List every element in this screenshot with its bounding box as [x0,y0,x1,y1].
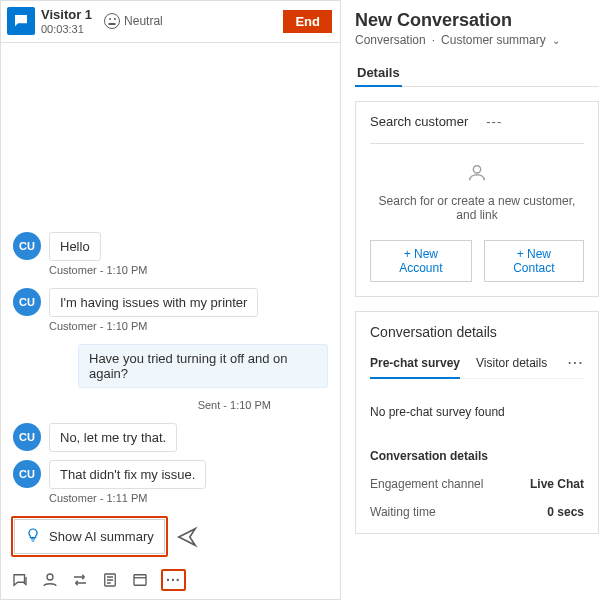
tab-details[interactable]: Details [355,61,402,86]
message-row-agent: Have you tried turning it off and on aga… [13,344,328,388]
chat-header: Visitor 1 00:03:31 Neutral End [1,1,340,43]
message-meta: Sent - 1:10 PM [13,391,283,411]
compose-row: Show AI summary [1,510,340,563]
chat-spacer [13,53,328,220]
message-meta: Customer - 1:10 PM [49,320,328,332]
end-button[interactable]: End [283,10,332,33]
conversation-details-card: Conversation details Pre-chat survey Vis… [355,311,599,534]
customer-avatar: CU [13,288,41,316]
show-ai-summary-button[interactable]: Show AI summary [14,519,165,554]
customer-avatar: CU [13,232,41,260]
message-row: CU I'm having issues with my printer [13,288,328,317]
toolbar-more-icon[interactable]: ··· [164,572,183,588]
chat-toolbar: ··· [1,563,340,599]
kv-key: Waiting time [370,505,436,519]
breadcrumb-a: Conversation [355,33,426,47]
neutral-face-icon [104,13,120,29]
new-contact-button[interactable]: + New Contact [484,240,584,282]
customer-avatar: CU [13,423,41,451]
transfer-icon[interactable] [71,571,89,589]
divider [370,143,584,144]
side-tabs: Details [355,61,599,87]
message-bubble: No, let me try that. [49,423,177,452]
message-meta: Customer - 1:11 PM [49,492,328,504]
inner-tabs-more-icon[interactable]: ··· [568,356,584,378]
message-meta: Customer - 1:10 PM [49,264,328,276]
message-row: CU That didn't fix my issue. [13,460,328,489]
customer-help-text: Search for or create a new customer, and… [370,194,584,222]
search-customer-label: Search customer [370,114,468,129]
conversation-details-title: Conversation details [370,324,584,340]
knowledge-icon[interactable] [131,571,149,589]
kv-row: Waiting time 0 secs [370,505,584,519]
person-icon [466,162,488,184]
toolbar-more-highlight: ··· [161,569,186,591]
no-survey-message: No pre-chat survey found [370,405,584,419]
consult-icon[interactable] [41,571,59,589]
customer-card: Search customer --- Search for or create… [355,101,599,297]
search-customer-row[interactable]: Search customer --- [370,114,584,129]
breadcrumb-sep: · [432,33,435,47]
chat-channel-icon [7,7,35,35]
breadcrumb-b[interactable]: Customer summary [441,33,546,47]
breadcrumb: Conversation · Customer summary ⌄ [355,33,599,47]
kv-value: Live Chat [530,477,584,491]
kv-key: Engagement channel [370,477,483,491]
sentiment-label: Neutral [124,14,163,28]
visitor-timer: 00:03:31 [41,23,92,36]
ai-summary-label: Show AI summary [49,529,154,544]
new-account-button[interactable]: + New Account [370,240,472,282]
notes-icon[interactable] [101,571,119,589]
customer-empty-state: Search for or create a new customer, and… [370,162,584,222]
message-bubble: That didn't fix my issue. [49,460,206,489]
tab-prechat-survey[interactable]: Pre-chat survey [370,356,460,378]
search-customer-value: --- [486,114,502,129]
kv-row: Engagement channel Live Chat [370,477,584,491]
visitor-info: Visitor 1 00:03:31 [41,7,92,36]
kv-value: 0 secs [547,505,584,519]
visitor-name: Visitor 1 [41,7,92,23]
new-customer-buttons: + New Account + New Contact [370,240,584,282]
quick-replies-icon[interactable] [11,571,29,589]
chat-pane: Visitor 1 00:03:31 Neutral End CU Hello … [0,0,341,600]
message-bubble: Have you tried turning it off and on aga… [78,344,328,388]
svg-rect-2 [134,575,146,586]
svg-point-3 [473,166,480,173]
svg-point-0 [47,574,53,580]
chat-body: CU Hello Customer - 1:10 PM CU I'm havin… [1,43,340,510]
tab-visitor-details[interactable]: Visitor details [476,356,547,378]
page-title: New Conversation [355,10,599,31]
chevron-down-icon[interactable]: ⌄ [552,35,560,46]
ai-summary-highlight: Show AI summary [11,516,168,557]
side-pane: New Conversation Conversation · Customer… [341,0,611,600]
sentiment-indicator: Neutral [104,13,163,29]
inner-tabs: Pre-chat survey Visitor details ··· [370,356,584,379]
message-bubble: Hello [49,232,101,261]
send-icon[interactable] [176,526,198,548]
message-bubble: I'm having issues with my printer [49,288,258,317]
customer-avatar: CU [13,460,41,488]
lightbulb-icon [25,527,41,546]
conversation-details-subtitle: Conversation details [370,449,584,463]
message-row: CU No, let me try that. [13,423,328,452]
message-row: CU Hello [13,232,328,261]
